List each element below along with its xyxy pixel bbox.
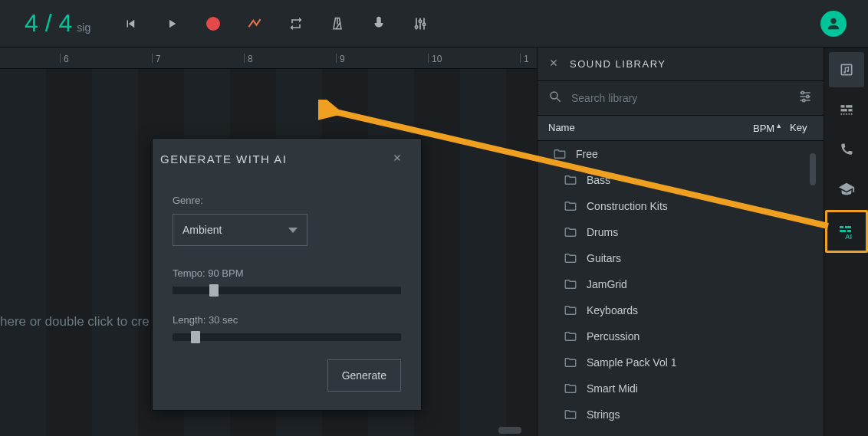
length-label: Length: 30 sec bbox=[173, 314, 401, 326]
svg-line-5 bbox=[557, 98, 561, 102]
folder-icon bbox=[564, 356, 577, 369]
skip-start-button[interactable] bbox=[121, 15, 140, 33]
folder-label: Strings bbox=[587, 408, 620, 421]
timeline-area[interactable]: 6 7 8 9 10 1 here or double click to cre… bbox=[0, 48, 537, 436]
svg-point-7 bbox=[807, 95, 809, 97]
folder-label: Bass bbox=[587, 174, 610, 186]
time-signature-label: sig bbox=[77, 21, 90, 34]
time-signature-value: 4 / 4 bbox=[25, 9, 72, 38]
library-folder-row[interactable]: Keyboards bbox=[538, 297, 824, 323]
rail-call-button[interactable] bbox=[829, 132, 864, 167]
svg-point-8 bbox=[803, 99, 805, 101]
right-icon-rail: AI bbox=[824, 48, 868, 436]
folder-label: Sample Pack Vol 1 bbox=[587, 356, 677, 369]
transport-controls bbox=[121, 15, 429, 33]
folder-icon bbox=[564, 199, 577, 213]
genre-label: Genre: bbox=[173, 195, 401, 206]
sort-asc-icon: ▲ bbox=[775, 122, 782, 129]
library-folder-row[interactable]: Guitars bbox=[538, 245, 824, 271]
length-slider[interactable] bbox=[173, 333, 401, 341]
filter-icon[interactable] bbox=[797, 89, 813, 107]
svg-point-4 bbox=[551, 92, 557, 99]
tempo-label: Tempo: 90 BPM bbox=[173, 267, 401, 279]
ruler-tick: 8 bbox=[244, 54, 253, 63]
automation-button[interactable] bbox=[245, 15, 264, 33]
ruler-tick: 6 bbox=[60, 54, 69, 63]
ruler-tick: 10 bbox=[428, 54, 442, 63]
svg-point-3 bbox=[830, 18, 836, 23]
record-button[interactable] bbox=[204, 15, 222, 33]
svg-point-1 bbox=[419, 20, 422, 22]
svg-point-10 bbox=[843, 71, 846, 74]
tempo-slider-thumb[interactable] bbox=[209, 284, 219, 297]
library-folder-row[interactable]: Bass bbox=[538, 167, 824, 193]
rail-education-button[interactable] bbox=[829, 172, 864, 207]
horizontal-scrollbar[interactable] bbox=[498, 427, 521, 434]
svg-point-2 bbox=[423, 23, 426, 25]
generate-button[interactable]: Generate bbox=[327, 359, 401, 392]
top-toolbar: 4 / 4 sig bbox=[0, 0, 868, 48]
loop-button[interactable] bbox=[287, 15, 305, 33]
library-list: FreeBassConstruction KitsDrumsGuitarsJam… bbox=[538, 141, 824, 436]
folder-icon bbox=[564, 303, 577, 317]
library-folder-row[interactable]: Strings bbox=[538, 402, 824, 428]
generate-ai-dialog: GENERATE WITH AI Genre: Ambient Tempo: 9… bbox=[152, 138, 422, 411]
library-folder-row[interactable]: Drums bbox=[538, 219, 824, 245]
svg-rect-13 bbox=[846, 105, 852, 107]
library-title: SOUND LIBRARY bbox=[570, 58, 666, 70]
col-bpm[interactable]: BPM▲ bbox=[753, 122, 790, 134]
dialog-close-button[interactable] bbox=[389, 149, 406, 169]
track-placeholder-text: here or double click to cre bbox=[0, 314, 150, 329]
folder-icon bbox=[564, 173, 577, 187]
genre-select[interactable]: Ambient bbox=[173, 214, 307, 246]
svg-rect-9 bbox=[841, 64, 851, 74]
library-folder-row[interactable]: JamGrid bbox=[538, 271, 824, 297]
length-slider-thumb[interactable] bbox=[191, 331, 200, 343]
svg-rect-14 bbox=[840, 109, 847, 111]
tempo-slider[interactable] bbox=[173, 287, 401, 294]
library-search-input[interactable] bbox=[571, 92, 788, 104]
folder-label: JamGrid bbox=[587, 278, 627, 290]
folder-label: Keyboards bbox=[587, 304, 638, 316]
svg-point-6 bbox=[801, 91, 804, 93]
svg-rect-17 bbox=[845, 226, 851, 228]
search-icon bbox=[548, 90, 562, 107]
rail-clips-button[interactable] bbox=[829, 92, 864, 127]
mixer-settings-button[interactable] bbox=[411, 15, 429, 33]
sound-library-panel: SOUND LIBRARY Name BPM▲ Key FreeBassCons… bbox=[537, 48, 824, 436]
folder-label: Construction Kits bbox=[587, 200, 668, 212]
metronome-button[interactable] bbox=[328, 15, 347, 33]
rail-ai-button[interactable]: AI bbox=[825, 210, 868, 253]
folder-icon bbox=[553, 147, 567, 161]
svg-rect-18 bbox=[840, 230, 846, 232]
library-close-button[interactable] bbox=[548, 57, 559, 71]
library-folder-row[interactable]: Sample Pack Vol 1 bbox=[538, 349, 824, 375]
svg-rect-19 bbox=[847, 230, 851, 232]
ruler-tick: 7 bbox=[152, 54, 161, 63]
rail-sound-library-button[interactable] bbox=[829, 52, 864, 87]
folder-icon bbox=[564, 225, 577, 239]
user-avatar[interactable] bbox=[820, 11, 847, 37]
svg-rect-12 bbox=[840, 105, 844, 107]
timeline-ruler[interactable]: 6 7 8 9 10 1 bbox=[0, 48, 537, 69]
play-button[interactable] bbox=[163, 15, 181, 33]
library-folder-row[interactable]: Free bbox=[538, 141, 824, 167]
svg-rect-16 bbox=[840, 226, 843, 228]
ruler-tick: 1 bbox=[520, 54, 529, 63]
folder-label: Percussion bbox=[587, 330, 639, 343]
library-folder-row[interactable]: Percussion bbox=[538, 323, 824, 349]
folder-icon bbox=[564, 382, 577, 395]
folder-icon bbox=[564, 251, 577, 265]
library-folder-row[interactable]: Construction Kits bbox=[538, 193, 824, 219]
folder-label: Smart Midi bbox=[587, 382, 638, 395]
svg-point-11 bbox=[847, 70, 849, 72]
library-folder-row[interactable]: Smart Midi bbox=[538, 375, 824, 402]
mic-monitor-button[interactable] bbox=[370, 15, 388, 33]
library-scrollbar[interactable] bbox=[810, 153, 816, 185]
main-area: 6 7 8 9 10 1 here or double click to cre… bbox=[0, 48, 868, 436]
time-signature[interactable]: 4 / 4 sig bbox=[25, 9, 90, 38]
col-name[interactable]: Name bbox=[548, 122, 753, 134]
genre-select-value: Ambient bbox=[182, 224, 222, 236]
ruler-tick: 9 bbox=[336, 54, 345, 63]
col-key[interactable]: Key bbox=[790, 122, 813, 134]
